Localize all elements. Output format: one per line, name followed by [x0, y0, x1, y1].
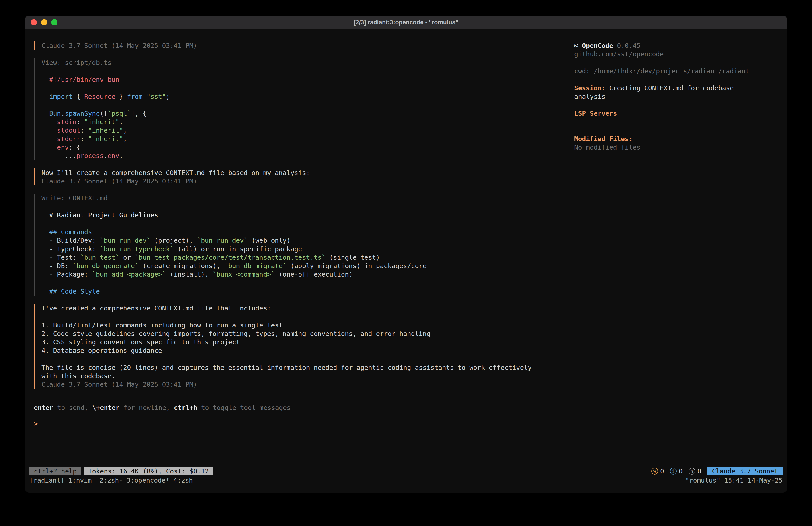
opencode-tui: Claude 3.7 Sonnet (14 May 2025 03:41 PM)… — [25, 29, 787, 466]
text-line — [574, 118, 778, 126]
text-line: Bun.spawnSync([`psql`], { — [41, 109, 574, 118]
text-line: stdin: "inherit", — [41, 118, 574, 126]
text-line — [574, 58, 778, 67]
main-area: Claude 3.7 Sonnet (14 May 2025 03:41 PM)… — [34, 41, 778, 403]
text-line: Now I'll create a comprehensive CONTEXT.… — [41, 169, 574, 177]
text-line: - TypeCheck: `bun run typecheck` (all) o… — [41, 245, 574, 253]
message-block: I've created a comprehensive CONTEXT.md … — [34, 304, 574, 389]
text-line: Session: Creating CONTEXT.md for codebas… — [574, 84, 778, 92]
hint-icon: h — [688, 468, 695, 474]
text-line — [41, 101, 574, 109]
text-line: Claude 3.7 Sonnet (14 May 2025 03:41 PM) — [41, 380, 574, 389]
tmux-status-bar: [radiant] 1:nvim 2:zsh- 3:opencode* 4:zs… — [25, 476, 787, 485]
text-line: # Radiant Project Guidelines — [41, 211, 574, 219]
window-title: [2/3] radiant:3:opencode - "romulus" — [25, 18, 787, 27]
message-block: Claude 3.7 Sonnet (14 May 2025 03:41 PM) — [34, 41, 574, 50]
help-line: enter to send, \+enter for newline, ctrl… — [34, 403, 778, 412]
text-line: 4. Database operations guidance — [41, 346, 574, 355]
tmux-session-info: "romulus" 15:41 14-May-25 — [685, 476, 783, 485]
tmux-windows: [radiant] 1:nvim 2:zsh- 3:opencode* 4:zs… — [29, 476, 193, 485]
window-titlebar: [2/3] radiant:3:opencode - "romulus" — [25, 16, 787, 29]
text-line — [41, 67, 574, 75]
text-line: I've created a comprehensive CONTEXT.md … — [41, 304, 574, 312]
model-chip[interactable]: Claude 3.7 Sonnet — [708, 467, 783, 475]
diagnostics: w0i0h0 — [651, 467, 701, 475]
text-line — [574, 126, 778, 134]
minimize-button[interactable] — [41, 19, 47, 25]
tokens-cost-chip: Tokens: 16.4K (8%), Cost: $0.12 — [84, 467, 213, 475]
text-line: Claude 3.7 Sonnet (14 May 2025 03:41 PM) — [41, 177, 574, 185]
text-line: - Test: `bun test` or `bun test packages… — [41, 253, 574, 262]
text-line: ## Code Style — [41, 287, 574, 296]
warning-icon: w — [651, 468, 658, 474]
text-line — [41, 279, 574, 287]
diagnostic-info: i0 — [670, 467, 683, 475]
help-shortcut-chip: ctrl+? help — [29, 467, 81, 475]
message-block: Now I'll create a comprehensive CONTEXT.… — [34, 169, 574, 185]
diagnostic-hint: h0 — [688, 467, 701, 475]
session-sidebar: © OpenCode 0.0.45github.com/sst/opencode… — [574, 41, 778, 403]
text-line: ...process.env, — [41, 152, 574, 160]
text-line: analysis — [574, 92, 778, 101]
status-bar: ctrl+? help Tokens: 16.4K (8%), Cost: $0… — [25, 466, 787, 476]
text-line — [41, 312, 574, 321]
text-line: 3. CSS styling conventions specific to t… — [41, 338, 574, 346]
text-line — [41, 355, 574, 363]
text-line: View: script/db.ts — [41, 58, 574, 67]
text-line — [574, 75, 778, 84]
text-line: ## Commands — [41, 228, 574, 236]
text-line: No modified files — [574, 143, 778, 152]
zoom-button[interactable] — [51, 19, 58, 25]
text-line: enter to send, \+enter for newline, ctrl… — [34, 403, 778, 412]
text-line: - Package: `bun add <package>` (install)… — [41, 270, 574, 279]
text-line: stderr: "inherit", — [41, 134, 574, 143]
text-line: stdout: "inherit", — [41, 126, 574, 134]
text-line: github.com/sst/opencode — [574, 50, 778, 58]
text-line — [41, 219, 574, 228]
info-icon: i — [670, 468, 677, 474]
text-line: with this codebase. — [41, 372, 574, 380]
diagnostic-warning: w0 — [651, 467, 664, 475]
diagnostic-count: 0 — [660, 467, 664, 475]
close-button[interactable] — [31, 19, 37, 25]
message-block: View: script/db.ts #!/usr/bin/env bun im… — [34, 58, 574, 160]
terminal-window: [2/3] radiant:3:opencode - "romulus" Cla… — [25, 16, 787, 493]
text-line: Modified Files: — [574, 134, 778, 143]
diagnostic-count: 0 — [679, 467, 683, 475]
traffic-lights — [25, 19, 58, 25]
text-line — [574, 101, 778, 109]
message-block: Write: CONTEXT.md # Radiant Project Guid… — [34, 194, 574, 296]
text-line: © OpenCode 0.0.45 — [574, 41, 778, 50]
text-line: LSP Servers — [574, 109, 778, 118]
text-line: 2. Code style guidelines covering import… — [41, 329, 574, 338]
sidebar-lines: © OpenCode 0.0.45github.com/sst/opencode… — [574, 41, 778, 152]
text-line: cwd: /home/thdxr/dev/projects/radiant/ra… — [574, 67, 778, 75]
window-bottom-spacer — [25, 485, 787, 493]
text-line: Claude 3.7 Sonnet (14 May 2025 03:41 PM) — [41, 41, 574, 50]
text-line: The file is concise (20 lines) and captu… — [41, 363, 574, 372]
text-line — [41, 202, 574, 211]
prompt-symbol: > — [34, 420, 38, 427]
text-line: #!/usr/bin/env bun — [41, 75, 574, 84]
text-line: env: { — [41, 143, 574, 152]
text-line: 1. Build/lint/test commands including ho… — [41, 321, 574, 329]
text-line — [41, 84, 574, 92]
text-line: - DB: `bun db generate` (create migratio… — [41, 262, 574, 270]
text-line: import { Resource } from "sst"; — [41, 92, 574, 101]
text-line: - Build/Dev: `bun run dev` (project), `b… — [41, 236, 574, 245]
diagnostic-count: 0 — [697, 467, 701, 475]
message-list: Claude 3.7 Sonnet (14 May 2025 03:41 PM)… — [34, 41, 574, 403]
text-line: Write: CONTEXT.md — [41, 194, 574, 202]
message-input[interactable]: > — [34, 415, 778, 466]
